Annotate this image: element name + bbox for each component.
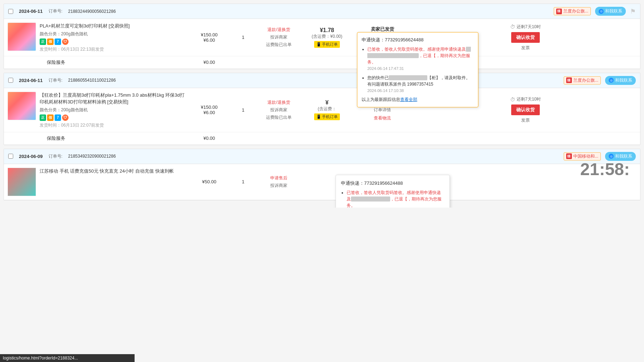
order-no-3: 21853492320900021286 <box>68 154 116 159</box>
amount-main-2: ¥ <box>326 100 329 106</box>
insurance-label-2: 保险服务 <box>47 135 190 142</box>
contact-icon-2: ◎ <box>609 78 614 83</box>
product-info-2: 【狂欢价】兰度高韧3d打印耗材pla+1.75mm 3.0 abs材料1kg 环… <box>40 92 186 128</box>
complain-link-2[interactable]: 投诉商家 <box>270 107 287 113</box>
order-header-3: 2024-06-09 订单号: 21853492320900021286 猫 中… <box>4 149 640 164</box>
qty-col-1: 1 <box>229 19 257 56</box>
logistics-tooltip-1: 申通快递：773291956624488 已签收，签收人凭取货码签收。感谢使用申… <box>357 32 478 107</box>
mobile-order-icon-2: 📱 <box>316 114 321 119</box>
complain-link-3[interactable]: 投诉商家 <box>270 183 287 189</box>
product-title-2[interactable]: 【狂欢价】兰度高韧3d打印耗材pla+1.75mm 3.0 abs材料1kg 环… <box>40 92 186 106</box>
product-info-3: 江苏移动 手机 话费充值50元 快充直充 24小时 自动充值 快速到帐 <box>40 168 186 176</box>
shop-badge-2: 猫 兰度办公旗... <box>564 76 601 85</box>
order-block-3: 2024-06-09 订单号: 21853492320900021286 猫 中… <box>4 149 640 200</box>
contact-icon-3: ◎ <box>609 154 614 159</box>
order-product-row-2: 【狂欢价】兰度高韧3d打印耗材pla+1.75mm 3.0 abs材料1kg 环… <box>4 88 640 132</box>
tooltip1-list: 已签收，签收人凭取货码签收。感谢使用申通快递及JS某某某某某某某某某某某某，已退… <box>362 46 474 94</box>
insurance-row-2: 保险服务 ¥0.00 <box>4 132 640 145</box>
order-header-1: 2024-06-11 订单号: 21883244900056021286 猫 兰… <box>4 4 640 19</box>
badge-7-2: 7 <box>55 114 61 121</box>
contact-icon-1: ◎ <box>599 9 604 14</box>
shop-name-3: 中国移动和... <box>573 153 598 159</box>
price-main-1: ¥150.00 <box>201 32 218 37</box>
view-all-link-1[interactable]: 查看全部 <box>400 97 417 102</box>
order-checkbox-3[interactable] <box>8 154 13 159</box>
badge-genuine-2: 正 <box>40 114 46 121</box>
order-detail-link-2[interactable]: 订单详情 <box>374 107 391 113</box>
actions-col-1: 退款/退换货 投诉商家 运费险已出单 <box>257 19 300 56</box>
mobile-order-label-2: 手机订单 <box>322 114 338 119</box>
tooltip1-date-1: 2024-06-14 17:47:31 <box>367 66 404 71</box>
order-date-2: 2024-06-11 <box>19 78 43 83</box>
product-title-1[interactable]: PLA+耗材兰度可定制3d打印耗材 [交易快照] <box>40 22 186 30</box>
mobile-order-icon: 📱 <box>316 42 321 47</box>
product-badges-2: 正 假 7 🛡 <box>40 114 186 121</box>
shop-badge-1: 猫 兰度办公旗... <box>554 7 591 15</box>
price-main-3: ¥50.00 <box>202 179 216 184</box>
order-checkbox-2[interactable] <box>8 78 13 83</box>
product-img-inner-2 <box>8 92 36 120</box>
product-variant-1: 颜色分类：200g颜色随机 <box>40 31 186 37</box>
actions-col-3: 申请售后 投诉商家 <box>257 164 300 200</box>
ship-time-1: 发货时间：06月13日 22:13前发货 <box>40 46 186 52</box>
order-no-2: 21886055410110021286 <box>68 78 116 83</box>
price-ship-1: ¥6.00 <box>203 37 215 43</box>
complain-link-1[interactable]: 投诉商家 <box>270 34 287 40</box>
order-no-label-3: 订单号: <box>49 153 62 159</box>
tmall-icon-3: 猫 <box>566 153 572 159</box>
timer-text-1: 还剩7天10时 <box>517 24 541 30</box>
order-no-label-2: 订单号: <box>49 77 62 83</box>
qty-2: 1 <box>242 107 244 113</box>
product-img-2 <box>7 92 36 120</box>
qty-1: 1 <box>242 35 244 40</box>
confirm-btn-1[interactable]: 确认收货 <box>511 32 540 43</box>
confirm-btn-2[interactable]: 确认收货 <box>511 104 540 115</box>
contact-btn-2[interactable]: ◎ 和我联系 <box>605 76 636 85</box>
insurance-row-1: 保险服务 ¥0.00 <box>4 56 640 69</box>
order-header-2: 2024-06-11 订单号: 21886055410110021286 猫 兰… <box>4 73 640 88</box>
price-col-2: ¥150.00 ¥6.00 <box>190 88 229 132</box>
product-title-3[interactable]: 江苏移动 手机 话费充值50元 快充直充 24小时 自动充值 快速到帐 <box>40 168 186 175</box>
order-checkbox-1[interactable] <box>8 9 13 14</box>
invoice-link-1[interactable]: 发票 <box>521 45 530 51</box>
time-text: 21:58: <box>580 160 630 179</box>
order-product-row-3: 江苏移动 手机 话费充值50元 快充直充 24小时 自动充值 快速到帐 ¥50.… <box>4 164 640 200</box>
price-ship-2: ¥6.00 <box>203 110 215 115</box>
product-img-inner-1 <box>8 23 36 51</box>
badge-j-1: 假 <box>47 39 54 45</box>
tooltip1-title: 申通快递：773291956624488 <box>362 37 474 43</box>
product-col-1: PLA+耗材兰度可定制3d打印耗材 [交易快照] 颜色分类：200g颜色随机 正… <box>4 19 190 56</box>
logistics-link-2[interactable]: 查看物流 <box>374 115 391 121</box>
mobile-order-label-1: 手机订单 <box>322 42 338 47</box>
order-no-1: 21883244900056021286 <box>68 9 116 14</box>
product-img-3 <box>7 168 36 196</box>
tooltip2-title: 申通快递：773291956624488 <box>341 180 444 187</box>
insurance-status-1: 运费险已出单 <box>266 42 292 48</box>
qty-col-3: 1 <box>229 164 257 200</box>
aftersale-link-3[interactable]: 申请售后 <box>270 175 287 181</box>
contact-btn-1[interactable]: ◎ 和我联系 <box>595 7 626 16</box>
tooltip2-highlight-1: 已签收，签收人凭取货码签收。感谢使用申通快递及JS某某某某某某某某，已退【，期待… <box>347 190 442 208</box>
mobile-order-badge-1[interactable]: 📱 手机订单 <box>314 41 340 48</box>
amount-main-1: ¥1.78 <box>320 27 334 34</box>
badge-j-2: 假 <box>47 114 54 121</box>
amount-col-1: ¥1.78 (含运费：¥0.00) 📱 手机订单 <box>300 19 354 56</box>
tmall-icon-2: 猫 <box>566 77 572 83</box>
refund-link-1[interactable]: 退款/退换货 <box>267 27 290 33</box>
logistics-tooltip-2: 申通快递：773291956624488 已签收，签收人凭取货码签收。感谢使用申… <box>336 175 450 208</box>
flag-btn-1[interactable]: ⚑ <box>630 7 636 15</box>
tooltip1-date-2: 2024-06-14 17:10:38 <box>367 88 404 93</box>
price-col-3: ¥50.00 <box>190 164 229 200</box>
order-date-1: 2024-06-11 <box>19 9 43 14</box>
mobile-order-badge-2[interactable]: 📱 手机订单 <box>314 113 340 120</box>
order-no-label-1: 订单号: <box>49 8 62 14</box>
product-col-2: 【狂欢价】兰度高韧3d打印耗材pla+1.75mm 3.0 abs材料1kg 环… <box>4 88 190 132</box>
order-date-3: 2024-06-09 <box>19 154 43 159</box>
invoice-link-2[interactable]: 发票 <box>521 117 530 123</box>
amount-detail-2: (含运费： <box>318 106 336 112</box>
refund-link-2[interactable]: 退款/退换货 <box>267 100 290 106</box>
tooltip2-item-1: 已签收，签收人凭取货码签收。感谢使用申通快递及JS某某某某某某某某，已退【，期待… <box>347 189 444 208</box>
insurance-price-2: ¥0.00 <box>190 136 229 141</box>
tooltip1-item-1: 已签收，签收人凭取货码签收。感谢使用申通快递及JS某某某某某某某某某某某某，已退… <box>367 46 474 72</box>
product-info-1: PLA+耗材兰度可定制3d打印耗材 [交易快照] 颜色分类：200g颜色随机 正… <box>40 22 186 52</box>
